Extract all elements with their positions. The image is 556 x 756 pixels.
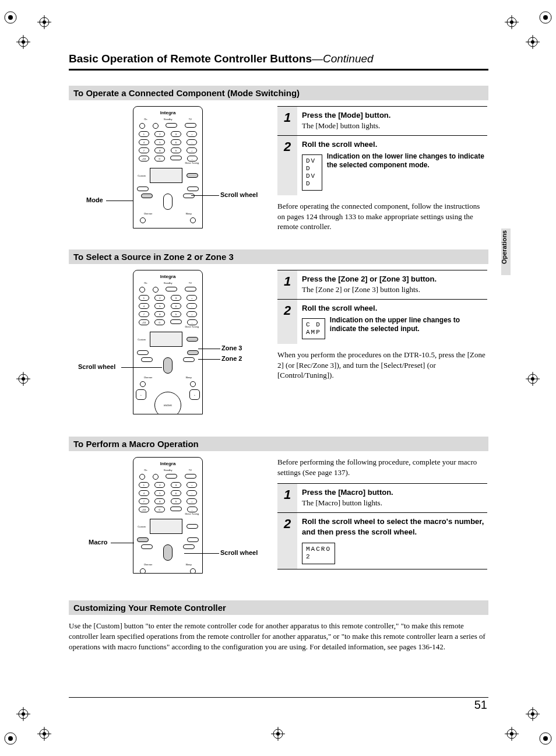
- remote-label: On: [144, 469, 147, 472]
- step-row: 2 Roll the scroll wheel to select the ma…: [277, 512, 487, 569]
- svg-point-5: [8, 736, 13, 741]
- step-row: 1 Press the [Zone 2] or [Zone 3] button.…: [277, 270, 487, 299]
- chapter-title: Basic Operation of Remote Controller But…: [69, 52, 488, 71]
- svg-point-47: [22, 712, 25, 716]
- remote-label: Custom: [138, 338, 146, 341]
- register-mark-icon: [37, 727, 51, 741]
- step-text: The [Macro] button lights.: [302, 498, 382, 507]
- step-bold: Press the [Zone 2] or [Zone 3] button.: [302, 274, 485, 284]
- remote-label: On: [144, 118, 147, 121]
- register-mark-icon: [16, 707, 30, 721]
- display-line: DV D: [306, 173, 318, 188]
- svg-point-3: [543, 15, 548, 20]
- step-number: 1: [277, 270, 297, 299]
- callout-mode: Mode: [86, 196, 103, 203]
- page-number: 51: [474, 698, 487, 712]
- display-line: C D: [306, 321, 321, 329]
- step-number: 1: [277, 107, 297, 135]
- callout-macro: Macro: [89, 539, 107, 546]
- section-note: When you perform the procedures on the D…: [277, 350, 487, 381]
- customize-text: Use the [Custom] button "to enter the re…: [69, 621, 488, 653]
- section-intro: Before performing the following procedur…: [277, 457, 487, 477]
- step-number: 1: [277, 484, 297, 512]
- remote-label: Dimmer: [144, 563, 152, 566]
- display-line: MACRO: [306, 546, 331, 553]
- remote-diagram: Integra OnStandbyTV 123+ 456- 789+ +100-…: [133, 457, 203, 574]
- remote-brand: Integra: [133, 110, 202, 115]
- step-bold: Roll the scroll wheel.: [302, 303, 485, 314]
- chapter-title-text: Basic Operation of Remote Controller But…: [69, 52, 312, 65]
- step-bold: Press the [Mode] button.: [302, 110, 485, 121]
- remote-brand: Integra: [133, 274, 202, 279]
- remote-label: On: [144, 282, 147, 284]
- step-number: 2: [277, 136, 297, 195]
- step-text: The [Mode] button lights.: [302, 121, 380, 130]
- svg-point-23: [531, 377, 534, 381]
- remote-label: TV: [189, 118, 192, 121]
- register-mark-icon: [271, 727, 285, 741]
- indication-text: Indication on the upper line changes to …: [330, 316, 485, 334]
- lcd-display: C D AMP: [302, 318, 325, 339]
- svg-point-43: [531, 40, 534, 44]
- display-line: AMP: [306, 329, 321, 336]
- display-line: 2: [306, 553, 331, 561]
- side-tab-label: Operations: [501, 230, 508, 264]
- svg-point-31: [276, 732, 280, 736]
- register-mark-icon: [37, 15, 51, 29]
- step-row: 2 Roll the scroll wheel. C D AMP Indicat…: [277, 299, 487, 344]
- step-row: 1 Press the [Macro] button. The [Macro] …: [277, 483, 487, 512]
- step-text: The [Zone 2] or [Zone 3] button lights.: [302, 285, 420, 294]
- register-mark-icon: [16, 372, 30, 386]
- crop-mark-icon: [539, 10, 553, 24]
- step-bold: Roll the scroll wheel.: [302, 139, 485, 150]
- callout-line: [111, 543, 134, 543]
- crop-mark-icon: [3, 732, 17, 746]
- callout-line: [106, 201, 133, 201]
- step-bold: Roll the scroll wheel to select the macr…: [302, 516, 485, 537]
- callout-scroll: Scroll wheel: [220, 549, 258, 556]
- svg-point-51: [531, 712, 534, 716]
- remote-label: Direct Tuning: [133, 512, 202, 515]
- remote-label: Custom: [138, 174, 146, 177]
- remote-label: TV: [189, 282, 192, 284]
- section-heading-mode: To Operate a Connected Component (Mode S…: [69, 86, 488, 100]
- register-mark-icon: [526, 35, 540, 49]
- remote-label: Direct Tuning: [133, 161, 202, 164]
- page-rule: [69, 697, 488, 698]
- step-bold: Press the [Macro] button.: [302, 487, 485, 498]
- register-mark-icon: [526, 372, 540, 386]
- remote-diagram: Integra OnStandbyTV 123+ 456- 789+ +100-…: [133, 270, 203, 414]
- callout-line: [121, 367, 162, 368]
- svg-point-39: [22, 40, 25, 44]
- callout-zone2: Zone 2: [221, 355, 242, 362]
- callout-zone3: Zone 3: [221, 344, 242, 351]
- step-number: 2: [277, 513, 297, 568]
- step-row: 2 Roll the scroll wheel. DV D DV D Indic…: [277, 135, 487, 195]
- remote-diagram: Integra On Standby TV 123+ 456- 789+ +10…: [133, 106, 203, 228]
- remote-label: Sleep: [185, 212, 191, 215]
- remote-label: Direct Tuning: [133, 325, 202, 328]
- section-heading-customize: Customizing Your Remote Controller: [69, 600, 488, 615]
- svg-point-27: [43, 732, 46, 736]
- step-row: 1 Press the [Mode] button. The [Mode] bu…: [277, 106, 487, 135]
- crop-mark-icon: [3, 10, 17, 24]
- register-mark-icon: [505, 727, 519, 741]
- lcd-display: DV D DV D: [302, 154, 322, 191]
- section-note: Before operating the connected component…: [277, 201, 487, 232]
- register-mark-icon: [505, 15, 519, 29]
- remote-label: TV: [189, 469, 192, 472]
- remote-label: Custom: [138, 525, 146, 528]
- remote-label: Sleep: [185, 563, 191, 566]
- remote-label: Dimmer: [144, 212, 152, 215]
- crop-mark-icon: [539, 732, 553, 746]
- callout-line: [184, 553, 219, 554]
- callout-line: [198, 359, 220, 360]
- svg-point-15: [510, 20, 513, 24]
- remote-label: Dimmer: [144, 376, 152, 379]
- lcd-display: MACRO 2: [302, 543, 335, 564]
- indication-text: Indication on the lower line changes to …: [327, 152, 485, 170]
- chapter-continued: —Continued: [312, 52, 374, 65]
- callout-line: [191, 195, 219, 196]
- remote-label: Sleep: [185, 376, 191, 379]
- svg-point-11: [43, 20, 46, 24]
